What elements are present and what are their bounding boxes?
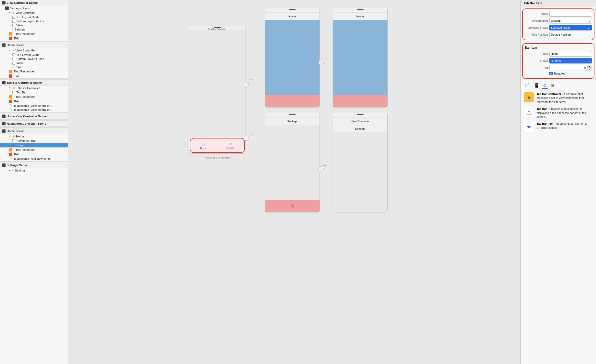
- scene-icon: ⬛: [2, 1, 6, 5]
- vc-bottom-body: [333, 132, 387, 212]
- sidebar-item-rel1[interactable]: Relationship "view controller...: [0, 104, 68, 108]
- right-panel: Tab Bar Item Badge System Item Custom ⌄ …: [520, 0, 596, 364]
- info-tab-doc[interactable]: 📄: [524, 82, 531, 89]
- tab-bar-item-section: Badge System Item Custom ⌄ Selected Imag…: [522, 8, 594, 40]
- conn-dot-4: ○: [318, 166, 324, 172]
- rel-icon1: [9, 104, 12, 107]
- tbc-phone-body: [189, 30, 245, 137]
- bar-item-section: Bar Item Title Image ic_home ⌄ Tag 0 ▲ ▼: [522, 43, 594, 79]
- scene-icon2: ⬛: [2, 43, 6, 47]
- home-tab-icon: ⌂: [202, 141, 205, 147]
- tabbar-info-icon: ★: [527, 109, 531, 113]
- sidebar-item-rel2[interactable]: Relationship "view controller...: [0, 108, 68, 112]
- home-nav-icon: ⊙: [12, 135, 15, 138]
- view-icon: [12, 24, 15, 27]
- sidebar-item-first-responder2[interactable]: 🟧 First Responder: [0, 69, 68, 74]
- info-item-tabbaritem: ★ Tab Bar Item - Represents an item on a…: [524, 122, 593, 132]
- scene-header-view-controller: ⬛ View Controller Scene: [0, 0, 68, 6]
- title-field-label: Title: [525, 52, 548, 55]
- enabled-label: Enabled: [554, 72, 566, 75]
- triangle-icon2: ▼: [9, 49, 11, 52]
- info-text-tabbaritem: Tab Bar Item - Represents an item on a U…: [537, 122, 593, 130]
- title-field[interactable]: [551, 52, 590, 55]
- sidebar-item-nav-bar[interactable]: Navigation Bar: [0, 139, 68, 143]
- dropdown-arrow3: ⌄: [588, 33, 590, 36]
- section-icon: ⬛: [5, 6, 9, 10]
- main-canvas: Tab Bar Controller ⌂ Home ⚙ Settings Tab…: [68, 0, 520, 364]
- sidebar-item-first-responder1[interactable]: 🟧 First Responder: [0, 31, 68, 36]
- stepper-up[interactable]: ▲: [588, 65, 592, 68]
- info-tab-circle[interactable]: ⊙: [542, 82, 548, 89]
- sidebar-item-tbc[interactable]: ▼ ⊞ Tab Bar Controller: [0, 86, 68, 90]
- triangle-icon5: ▶: [9, 169, 11, 172]
- sidebar-item-vc2[interactable]: ▼ ● View Controller: [0, 48, 68, 53]
- info-tab-phone[interactable]: 📱: [533, 82, 540, 89]
- badge-input[interactable]: [549, 11, 592, 17]
- sidebar-item-bottom-layout2[interactable]: Bottom Layout Guide: [0, 57, 68, 61]
- selected-image-label: Selected Image: [525, 26, 548, 29]
- sidebar-item-view1[interactable]: View: [0, 23, 68, 27]
- triangle-icon: ▼: [9, 12, 11, 14]
- responder-icon4: 🟧: [9, 148, 13, 152]
- sidebar: ⬛ View Controller Scene ⬛ Settings Scene…: [0, 0, 68, 364]
- sidebar-item-home-back[interactable]: ‹ Home: [0, 65, 68, 69]
- system-item-row: System Item Custom ⌄: [525, 18, 592, 24]
- info-tab-grid[interactable]: ⊞: [550, 82, 555, 89]
- scene-icon6: ⬛: [2, 129, 6, 133]
- tabbar-dots: [526, 114, 532, 115]
- info-tabs: 📄 📱 ⊙ ⊞: [524, 82, 593, 90]
- back-icon: ‹: [12, 28, 13, 31]
- info-item-tbc: ★ Tab Bar Controller - A controller that…: [524, 92, 593, 104]
- image-select[interactable]: ic_home ⌄: [549, 58, 592, 63]
- sidebar-item-settings-back[interactable]: ‹ Settings: [0, 27, 68, 31]
- info-item-tabbar: ★ Tab Bar - Provides a mechanism for dis…: [524, 107, 593, 119]
- tag-row: Tag 0 ▲ ▼: [525, 65, 592, 70]
- sidebar-item-exit4[interactable]: 🟥 Exit: [0, 152, 68, 157]
- sidebar-item-exit3[interactable]: 🟥 Exit: [0, 99, 68, 104]
- sidebar-item-home-nav[interactable]: ▼ ⊙ Home: [0, 134, 68, 139]
- vc-icon2: ●: [12, 49, 14, 52]
- dropdown-arrow4: ⌄: [588, 59, 590, 62]
- sidebar-item-vc1[interactable]: ▼ ● View Controller: [0, 10, 68, 15]
- tag-value: 0: [550, 65, 587, 70]
- sidebar-item-home-star[interactable]: ★ Home: [0, 143, 68, 147]
- stepper-down[interactable]: ▼: [588, 68, 592, 70]
- sidebar-item-rel3[interactable]: Relationship "root view contr...: [0, 157, 68, 161]
- sidebar-item-settings-vc[interactable]: ▶ ● Settings: [0, 168, 68, 173]
- title-input[interactable]: [549, 51, 592, 57]
- sidebar-item-bottom-layout1[interactable]: Bottom Layout Guide: [0, 19, 68, 23]
- sidebar-item-first-responder4[interactable]: 🟧 First Responder: [0, 147, 68, 152]
- nav-top-titlebar: Home: [265, 13, 320, 20]
- triangle-icon4: ▼: [9, 135, 11, 138]
- sidebar-item-top-layout1[interactable]: Top Layout Guide: [0, 15, 68, 19]
- sidebar-item-settings-scene[interactable]: ⬛ Settings Scene: [0, 6, 68, 10]
- badge-field[interactable]: [551, 12, 590, 15]
- system-item-select[interactable]: Custom ⌄: [549, 18, 592, 24]
- info-text-tabbar: Tab Bar - Provides a mechanism for displ…: [537, 107, 593, 119]
- sidebar-item-exit2[interactable]: 🟥 Exit: [0, 74, 68, 78]
- responder-icon: 🟧: [9, 32, 13, 36]
- title-position-label: Title Position: [525, 33, 548, 36]
- nav-bottom-titlebar: Settings: [265, 117, 320, 125]
- vc-top-titlebar: Home: [333, 13, 387, 20]
- sidebar-item-tab-bar[interactable]: Tab Bar: [0, 90, 68, 94]
- enabled-checkbox[interactable]: [549, 72, 553, 75]
- sidebar-item-first-responder3[interactable]: 🟧 First Responder: [0, 94, 68, 99]
- sidebar-item-top-layout2[interactable]: Top Layout Guide: [0, 53, 68, 57]
- tbc-icon: ⊞: [12, 86, 15, 90]
- layout-icon: [12, 20, 15, 23]
- settings-tab-icon: ⚙: [228, 142, 232, 146]
- exit-icon3: 🟥: [9, 100, 13, 103]
- navbar-icon: [12, 140, 15, 142]
- title-position-select[interactable]: Default Position ⌄: [549, 32, 592, 37]
- tbc-phone-frame: Tab Bar Controller ⌂ Home ⚙ Settings: [189, 26, 245, 154]
- scene-icon5: ⬛: [2, 122, 6, 125]
- sidebar-item-view2[interactable]: View: [0, 61, 68, 65]
- badge-row: Badge: [525, 11, 592, 17]
- exit-icon2: 🟥: [9, 74, 13, 78]
- badge-label: Badge: [525, 12, 548, 15]
- selected-image-select[interactable]: Selected Image ⌄: [549, 25, 592, 30]
- exit-icon4: 🟥: [9, 153, 13, 156]
- tag-stepper: 0 ▲ ▼: [549, 65, 592, 70]
- sidebar-item-exit1[interactable]: 🟥 Exit: [0, 36, 68, 41]
